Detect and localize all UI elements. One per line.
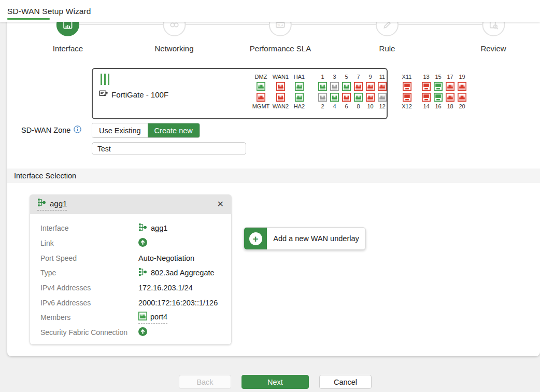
interface-card-agg1: agg1 ✕ Interface agg1Link Port SpeedAuto… <box>30 194 232 345</box>
port-label: 7 <box>357 73 360 81</box>
step-label: Interface <box>53 44 83 53</box>
sdwan-zone-label-text: SD-WAN Zone <box>21 126 70 134</box>
port-label: 2 <box>321 103 324 110</box>
field-label: Members <box>40 313 138 321</box>
port-column-9: 9 10 <box>366 73 375 110</box>
port-label: HA1 <box>294 73 305 81</box>
port-column-15: 15 16 <box>434 73 443 110</box>
port-label: 10 <box>367 103 373 110</box>
next-button[interactable]: Next <box>241 375 309 389</box>
add-wan-underlay-label: Add a new WAN underlay <box>267 228 365 249</box>
device-port-panel: FortiGate - 100F DMZ MGMTWAN1 WAN2HA1 HA… <box>92 68 388 119</box>
step-label: Review <box>480 44 506 53</box>
aggregate-icon <box>138 268 147 278</box>
port-13-sfp-icon <box>422 81 431 91</box>
port-10-rj45-icon <box>366 92 375 102</box>
section-title: Interface Selection <box>14 172 76 180</box>
device-name: FortiGate - 100F <box>99 90 168 99</box>
field-label: IPv6 Addresses <box>40 299 138 307</box>
port-label: 4 <box>333 103 336 110</box>
port-12-rj45-icon <box>378 92 387 102</box>
interface-card-header: agg1 ✕ <box>30 194 232 214</box>
port-column-13: 13 14 <box>422 73 431 110</box>
port-label: 14 <box>423 103 429 110</box>
port-mgmt-rj45-icon <box>257 92 265 102</box>
port-column-3: 3 4 <box>330 73 339 110</box>
port-label: 12 <box>379 103 385 110</box>
aggregate-icon <box>37 198 46 208</box>
field-value: port4 <box>150 313 167 321</box>
port-column-ha1: HA1 HA2 <box>291 73 308 110</box>
port-20-rj45-icon <box>458 92 466 102</box>
close-icon[interactable]: ✕ <box>217 200 224 208</box>
step-label: Rule <box>376 44 399 53</box>
field-value: 172.16.203.1/24 <box>138 284 193 292</box>
add-wan-underlay-button[interactable]: + Add a new WAN underlay <box>244 227 366 250</box>
port-grid: DMZ MGMTWAN1 WAN2HA1 HA21 23 45 <box>251 73 466 110</box>
field-label: Link <box>40 239 138 247</box>
port-ha2-rj45-icon <box>295 92 304 102</box>
port-label: 8 <box>357 103 360 110</box>
port-label: DMZ <box>255 73 267 81</box>
fortigate-device-icon <box>99 90 108 99</box>
port-6-rj45-icon <box>342 92 351 102</box>
create-new-option[interactable]: Create new <box>148 123 200 137</box>
zone-mode-toggle: Use Existing Create new <box>92 123 200 138</box>
port-label: WAN1 <box>273 73 289 81</box>
field-label: Security Fabric Connection <box>40 328 138 337</box>
zone-name-input[interactable] <box>92 142 246 155</box>
port-column-11: 11 12 <box>378 73 387 110</box>
wizard-header: SD-WAN Setup Wizard <box>0 0 540 22</box>
port-dmz-rj45-icon <box>257 81 265 91</box>
port-label: 13 <box>423 73 429 81</box>
port-label: 3 <box>333 73 336 81</box>
arrow-up-circle-icon <box>138 238 147 248</box>
port-8-rj45-icon <box>354 92 363 102</box>
port-label: 6 <box>345 103 348 110</box>
port-x11-sfp-icon <box>403 81 411 91</box>
interface-card-title: agg1 <box>50 199 67 208</box>
port-column-5: 5 6 <box>342 73 351 110</box>
card-row-security-fabric-connection: Security Fabric Connection <box>30 325 231 340</box>
member-port-link[interactable]: port4 <box>138 312 167 324</box>
back-button[interactable]: Back <box>179 375 231 389</box>
field-value: agg1 <box>151 224 167 232</box>
port-label: X11 <box>402 73 412 81</box>
port-label: 5 <box>345 73 348 81</box>
port-wan2-rj45-icon <box>276 92 285 102</box>
field-label: Interface <box>40 224 138 232</box>
port-label: 11 <box>379 73 385 81</box>
port-label: WAN2 <box>273 103 289 110</box>
device-model-label: FortiGate - 100F <box>111 90 168 99</box>
port-column-wan1: WAN1 WAN2 <box>271 73 291 110</box>
interface-card-title-link[interactable]: agg1 <box>37 198 67 211</box>
use-existing-option[interactable]: Use Existing <box>92 123 148 137</box>
card-row-ipv4-addresses: IPv4 Addresses172.16.203.1/24 <box>30 281 231 296</box>
port-column-7: 7 8 <box>354 73 363 110</box>
device-status-bars-icon <box>101 74 109 85</box>
card-row-interface: Interface agg1 <box>30 221 231 236</box>
port-label: 1 <box>321 73 324 81</box>
field-value: 802.3ad Aggregate <box>151 269 215 277</box>
port-3-rj45-icon <box>330 81 339 91</box>
card-row-link: Link <box>30 236 231 251</box>
field-value: 2000:172:16:203::1/126 <box>138 299 218 307</box>
port-icon <box>138 312 147 322</box>
info-circle-icon[interactable] <box>74 125 81 135</box>
port-label: 16 <box>435 103 441 110</box>
port-label: HA2 <box>294 103 305 110</box>
card-row-type: Type 802.3ad Aggregate <box>30 265 231 281</box>
cancel-button[interactable]: Cancel <box>319 375 372 389</box>
port-column-1: 1 2 <box>318 73 327 110</box>
wizard-panel: InterfaceNetworkingSLAPerformance SLARul… <box>7 0 540 356</box>
port-label: 17 <box>447 73 453 81</box>
port-18-rj45-icon <box>446 92 454 102</box>
card-row-port-speed: Port SpeedAuto-Negotiation <box>30 250 231 265</box>
port-label: X12 <box>402 103 412 110</box>
port-label: 19 <box>459 73 465 81</box>
card-row-members: Members port4 <box>30 310 231 325</box>
field-label: Type <box>40 269 138 277</box>
port-4-rj45-icon <box>330 92 339 102</box>
port-1-rj45-icon <box>318 81 327 91</box>
port-column-17: 17 18 <box>446 73 454 110</box>
